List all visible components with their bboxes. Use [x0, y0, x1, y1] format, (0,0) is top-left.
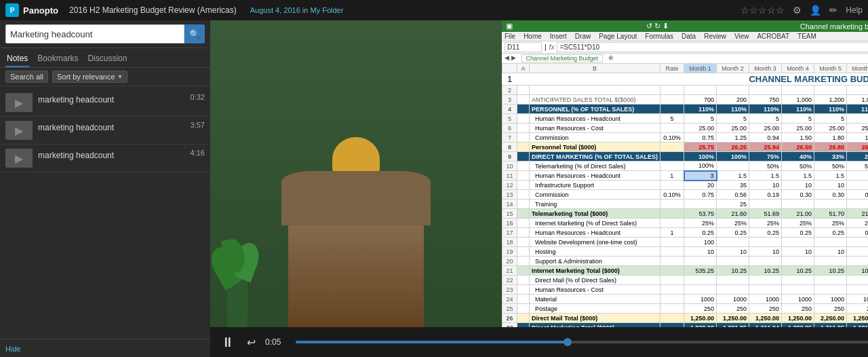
ribbon-team[interactable]: TEAM [797, 33, 816, 40]
formula-input[interactable]: =SC511*D10 [557, 42, 868, 52]
pause-button[interactable]: ⏸ [218, 332, 237, 353]
col-header-month5[interactable]: Month 5 [814, 64, 847, 73]
star-rating[interactable]: ☆☆☆☆☆ [741, 5, 785, 16]
tab-notes[interactable]: Notes [5, 51, 29, 67]
excel-ribbon: File Home Insert Draw Page Layout Formul… [502, 32, 868, 41]
table-row: 27 Direct Marketing Total ($000) 1,839.0… [502, 323, 869, 328]
result-title-2: marketing headcount [38, 151, 114, 160]
spreadsheet-area: ▣ ↺ ↻ ⬇ Channel marketing budget1 - Exce… [502, 20, 868, 327]
top-bar: P Panopto 2016 H2 Marketing Budget Revie… [0, 0, 868, 20]
video-area: ▣ ↺ ↻ ⬇ Channel marketing budget1 - Exce… [210, 20, 868, 357]
col-header-rate[interactable]: Rate [660, 64, 684, 73]
result-thumb-1: ▶ [5, 121, 33, 140]
list-item[interactable]: ▶ marketing headcount 4:16 [0, 145, 210, 172]
search-button[interactable]: 🔍 [184, 24, 205, 43]
table-row: 18 Website Development (one-time cost) 1… [502, 238, 869, 247]
ribbon-home[interactable]: Home [524, 33, 542, 40]
video-title: 2016 H2 Marketing Budget Review (America… [69, 5, 237, 15]
search-input[interactable] [5, 24, 184, 43]
formula-sep: | [545, 43, 547, 51]
panopto-icon: P [5, 3, 19, 17]
result-thumb-2: ▶ [5, 149, 33, 168]
search-bar: 🔍 [0, 20, 210, 48]
ribbon-review[interactable]: Review [704, 33, 726, 40]
sort-icon: ▼ [117, 73, 123, 80]
col-header-month2[interactable]: Month 2 [717, 64, 749, 73]
results-list: ▶ marketing headcount 0:32 ▶ marketing h… [0, 86, 210, 339]
col-header-month1[interactable]: Month 1 [684, 64, 717, 73]
filter-bar: Search all Sort by relevance ▼ [0, 68, 210, 86]
spreadsheet-scroll[interactable]: A B Rate Month 1 Month 2 Month 3 Month 4… [502, 63, 868, 327]
ribbon-draw[interactable]: Draw [575, 33, 591, 40]
ribbon-file[interactable]: File [505, 33, 515, 40]
ribbon-view[interactable]: View [734, 33, 749, 40]
top-bar-right: ☆☆☆☆☆ ⚙ 👤 ✏ Help [741, 5, 863, 16]
col-header-a[interactable]: A [517, 64, 530, 73]
table-row: 8 Personnel Total ($000) 25.7526.2525.94… [502, 143, 869, 152]
app-logo[interactable]: P Panopto [5, 3, 58, 17]
table-row: 9 DIRECT MARKETING (% OF TOTAL SALES) 10… [502, 152, 869, 162]
video-content: ▣ ↺ ↻ ⬇ Channel marketing budget1 - Exce… [210, 20, 868, 327]
sidebar: 🔍 Notes Bookmarks Discussion Search all … [0, 20, 210, 357]
table-row: 7 Commission 0.10% 0.751.250.941.501.801… [502, 133, 869, 143]
tab-bookmarks[interactable]: Bookmarks [36, 51, 79, 67]
result-thumb-0: ▶ [5, 93, 33, 112]
sheet-tab[interactable]: Channel Marketing Budget [521, 54, 604, 62]
settings-icon[interactable]: ⚙ [793, 5, 802, 16]
list-item[interactable]: ▶ marketing headcount 3:57 [0, 117, 210, 145]
user-icon[interactable]: 👤 [810, 5, 821, 16]
app-name: Panopto [23, 5, 58, 16]
top-bar-meta: August 4, 2016 in My Folder [250, 6, 344, 14]
quick-access: ↺ ↻ ⬇ [646, 22, 669, 31]
spreadsheet-table: A B Rate Month 1 Month 2 Month 3 Month 4… [502, 63, 868, 327]
result-duration-2: 4:16 [191, 149, 205, 157]
progress-bar[interactable] [296, 341, 868, 343]
table-row: 19 Hosting 101010101010101010101010 120.… [502, 247, 869, 257]
table-row: 5 Human Resources - Headcount 5 55555555… [502, 114, 869, 124]
add-sheet-icon[interactable]: ⊕ [608, 54, 614, 62]
table-row: 2 [502, 86, 869, 95]
ribbon-acrobat[interactable]: ACROBAT [757, 33, 789, 40]
col-header-month3[interactable]: Month 3 [749, 64, 782, 73]
table-row: 22 Direct Mail (% of Direct Sales) [502, 276, 869, 285]
excel-menu-icon: ▣ [506, 22, 513, 31]
table-row: 13 Commission 0.10% 0.750.560.190.300.30… [502, 190, 869, 200]
list-item[interactable]: ▶ marketing headcount 0:32 [0, 89, 210, 117]
current-time: 0:05 [265, 337, 289, 347]
table-row: 1 CHANNEL MARKETING BUDGET [502, 73, 869, 86]
hide-link[interactable]: Hide [5, 345, 21, 353]
result-duration-0: 0:32 [191, 93, 205, 101]
table-row: 4 PERSONNEL (% OF TOTAL SALES) 110%110%1… [502, 105, 869, 114]
excel-title-bar: ▣ ↺ ↻ ⬇ Channel marketing budget1 - Exce… [502, 20, 868, 32]
table-row: 26 Direct Mail Total ($000) 1,250.001,25… [502, 314, 869, 323]
table-row: 21 Internet Marketing Total ($000) 535.2… [502, 266, 869, 276]
col-header-month6[interactable]: Month 6 [847, 64, 869, 73]
name-box[interactable]: D11 [505, 42, 542, 52]
table-row: 14 Training 2510 210.00 [502, 200, 869, 209]
progress-fill [296, 341, 568, 343]
ribbon-data[interactable]: Data [682, 33, 696, 40]
video-controls: ⏸ ↩ 0:05 1x 🔊 6:05 Quality [210, 327, 868, 357]
excel-window-title: Channel marketing budget1 - Excel [800, 22, 868, 31]
ribbon-insert[interactable]: Insert [550, 33, 567, 40]
table-row: 6 Human Resources - Cost 25.0025.0025.00… [502, 124, 869, 133]
sort-button[interactable]: Sort by relevance ▼ [52, 71, 128, 83]
col-header-month4[interactable]: Month 4 [782, 64, 814, 73]
result-title-1: marketing headcount [38, 123, 114, 132]
edit-icon[interactable]: ✏ [829, 5, 837, 16]
table-row: 25 Postage 25025025025025025025025025025… [502, 304, 869, 314]
progress-handle[interactable] [564, 338, 572, 346]
table-row: 17 Human Resources - Headcount 1 0.250.2… [502, 228, 869, 238]
result-title-0: marketing headcount [38, 95, 114, 105]
ribbon-page-layout[interactable]: Page Layout [599, 33, 637, 40]
search-all-button[interactable]: Search all [5, 71, 48, 83]
ribbon-formulas[interactable]: Formulas [645, 33, 673, 40]
rewind-button[interactable]: ↩ [244, 333, 258, 352]
result-info-2: marketing headcount 4:16 [38, 149, 205, 162]
tab-discussion[interactable]: Discussion [86, 51, 128, 67]
video-player [210, 20, 502, 327]
col-header-b[interactable]: B [530, 64, 660, 73]
sheet-title: CHANNEL MARKETING BUDGET [530, 73, 869, 86]
fx-label: fx [549, 43, 555, 51]
help-button[interactable]: Help [846, 5, 863, 15]
